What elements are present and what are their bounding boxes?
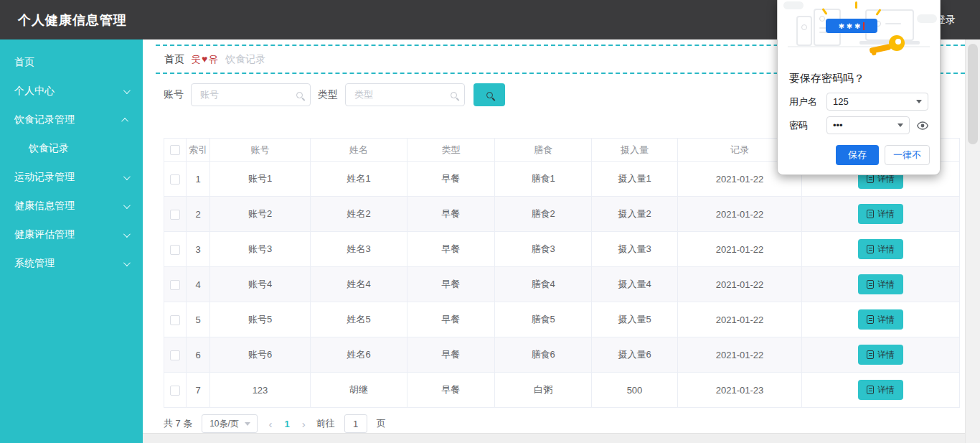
cell-intake: 摄入量6 bbox=[592, 337, 678, 373]
sidebar: 首页 个人中心 饮食记录管理 饮食记录 运动记录管理 健康信息管理 健康评估管理… bbox=[0, 39, 143, 443]
sidebar-item-label: 系统管理 bbox=[14, 257, 55, 270]
cell-account: 账号6 bbox=[210, 337, 311, 373]
document-icon bbox=[867, 386, 874, 394]
diet-record-table: 索引 账号 姓名 类型 膳食 摄入量 记录 1 账号1 姓名1 早餐 膳食1 摄… bbox=[164, 138, 959, 408]
next-page-button[interactable]: › bbox=[301, 418, 307, 430]
cell-type: 早餐 bbox=[407, 232, 495, 267]
cell-meal: 白粥 bbox=[495, 373, 592, 408]
text-cursor bbox=[863, 22, 864, 30]
cell-type: 早餐 bbox=[407, 267, 495, 302]
scrollbar[interactable] bbox=[965, 39, 980, 443]
search-button[interactable] bbox=[473, 83, 505, 106]
never-button[interactable]: 一律不 bbox=[885, 145, 930, 165]
row-checkbox[interactable] bbox=[170, 315, 180, 325]
sidebar-item-diet-record[interactable]: 饮食记录 bbox=[0, 134, 143, 163]
row-checkbox[interactable] bbox=[170, 350, 180, 360]
cell-type: 早餐 bbox=[407, 197, 495, 232]
cell-type: 早餐 bbox=[407, 337, 495, 373]
app-title: 个人健康信息管理 bbox=[18, 11, 127, 29]
username-row: 用户名 125 bbox=[789, 93, 928, 111]
cell-meal: 膳食3 bbox=[495, 232, 592, 267]
header-type: 类型 bbox=[407, 139, 495, 162]
password-label: 密码 bbox=[789, 119, 819, 132]
account-input[interactable]: 账号 bbox=[191, 83, 311, 106]
detail-label: 详情 bbox=[877, 279, 895, 291]
cell-account: 账号5 bbox=[210, 302, 311, 337]
sidebar-item-label: 运动记录管理 bbox=[14, 171, 75, 184]
chevron-down-icon bbox=[916, 100, 922, 103]
password-row: 密码 ••• bbox=[789, 116, 928, 134]
cell-type: 早餐 bbox=[407, 162, 495, 197]
cell-name: 姓名3 bbox=[311, 232, 407, 267]
sidebar-item-personal-center[interactable]: 个人中心 bbox=[0, 77, 143, 106]
bottom-strip bbox=[143, 433, 980, 443]
type-label: 类型 bbox=[318, 88, 338, 101]
username-value: 125 bbox=[833, 96, 849, 107]
cell-index: 2 bbox=[187, 197, 210, 232]
goto-label: 前往 bbox=[316, 417, 335, 430]
detail-button[interactable]: 详情 bbox=[858, 380, 903, 400]
sidebar-item-health-info-mgmt[interactable]: 健康信息管理 bbox=[0, 192, 143, 220]
chevron-down-icon bbox=[123, 202, 131, 209]
table-row: 4 账号4 姓名4 早餐 膳食4 摄入量4 2021-01-22 详情 bbox=[164, 267, 960, 302]
cell-index: 5 bbox=[187, 302, 210, 337]
sidebar-item-exercise-record-mgmt[interactable]: 运动记录管理 bbox=[0, 163, 143, 192]
cell-intake: 500 bbox=[592, 373, 678, 408]
dialog-buttons: 保存 一律不 bbox=[788, 145, 930, 165]
username-select[interactable]: 125 bbox=[826, 93, 928, 111]
chevron-down-icon bbox=[897, 123, 903, 127]
document-icon bbox=[867, 280, 874, 289]
cell-account: 123 bbox=[210, 373, 311, 408]
cell-record: 2021-01-23 bbox=[678, 373, 802, 408]
goto-page-input[interactable]: 1 bbox=[344, 414, 367, 433]
masked-password-pill: ✱ ✱ ✱ bbox=[826, 19, 877, 33]
page-number-1[interactable]: 1 bbox=[283, 419, 291, 429]
page-size-select[interactable]: 10条/页 bbox=[202, 414, 258, 433]
detail-button[interactable]: 详情 bbox=[858, 345, 903, 365]
row-checkbox[interactable] bbox=[170, 210, 180, 220]
cell-intake: 摄入量1 bbox=[592, 162, 678, 197]
pagination: 共 7 条 10条/页 ‹ 1 › 前往 1 页 bbox=[164, 414, 965, 433]
cell-type: 早餐 bbox=[407, 373, 495, 408]
detail-button[interactable]: 详情 bbox=[858, 204, 903, 224]
select-all-checkbox[interactable] bbox=[170, 145, 180, 155]
cell-intake: 摄入量2 bbox=[592, 197, 678, 232]
row-checkbox[interactable] bbox=[170, 174, 180, 185]
cell-record: 2021-01-22 bbox=[678, 302, 802, 337]
sidebar-item-label: 首页 bbox=[14, 56, 34, 69]
cell-name: 姓名2 bbox=[311, 197, 407, 232]
table-row: 7 123 胡继 早餐 白粥 500 2021-01-23 详情 bbox=[164, 373, 960, 408]
row-checkbox[interactable] bbox=[170, 280, 180, 290]
sidebar-item-health-assessment-mgmt[interactable]: 健康评估管理 bbox=[0, 220, 143, 249]
cell-index: 3 bbox=[187, 232, 210, 267]
chevron-down-icon bbox=[123, 259, 131, 266]
sidebar-item-diet-record-mgmt[interactable]: 饮食记录管理 bbox=[0, 106, 143, 134]
cell-record: 2021-01-22 bbox=[678, 267, 802, 302]
sidebar-item-label: 健康信息管理 bbox=[14, 200, 75, 213]
scrollbar-thumb[interactable] bbox=[968, 44, 978, 144]
detail-button[interactable]: 详情 bbox=[858, 309, 903, 330]
cloud-icon bbox=[783, 1, 804, 9]
row-checkbox[interactable] bbox=[170, 245, 180, 255]
cell-account: 账号4 bbox=[210, 267, 311, 302]
password-select[interactable]: ••• bbox=[826, 116, 910, 134]
table-row: 2 账号2 姓名2 早餐 膳食2 摄入量2 2021-01-22 详情 bbox=[164, 197, 960, 232]
table-row: 6 账号6 姓名6 早餐 膳食6 摄入量6 2021-01-22 详情 bbox=[164, 337, 960, 373]
type-input[interactable]: 类型 bbox=[345, 83, 465, 106]
account-label: 账号 bbox=[164, 88, 184, 101]
detail-label: 详情 bbox=[877, 314, 895, 326]
row-checkbox[interactable] bbox=[170, 386, 180, 396]
detail-button[interactable]: 详情 bbox=[858, 274, 903, 294]
sidebar-item-system-mgmt[interactable]: 系统管理 bbox=[0, 249, 143, 278]
prev-page-button[interactable]: ‹ bbox=[267, 418, 273, 430]
password-value: ••• bbox=[833, 120, 843, 131]
save-button[interactable]: 保存 bbox=[836, 145, 879, 165]
sidebar-item-home[interactable]: 首页 bbox=[0, 48, 143, 77]
breadcrumb-home[interactable]: 首页 bbox=[164, 53, 184, 66]
detail-label: 详情 bbox=[877, 208, 895, 220]
cell-account: 账号1 bbox=[210, 162, 311, 197]
detail-button[interactable]: 详情 bbox=[858, 239, 903, 259]
cell-name: 姓名1 bbox=[311, 162, 407, 197]
eye-icon[interactable] bbox=[917, 121, 928, 130]
header-index: 索引 bbox=[187, 139, 210, 162]
